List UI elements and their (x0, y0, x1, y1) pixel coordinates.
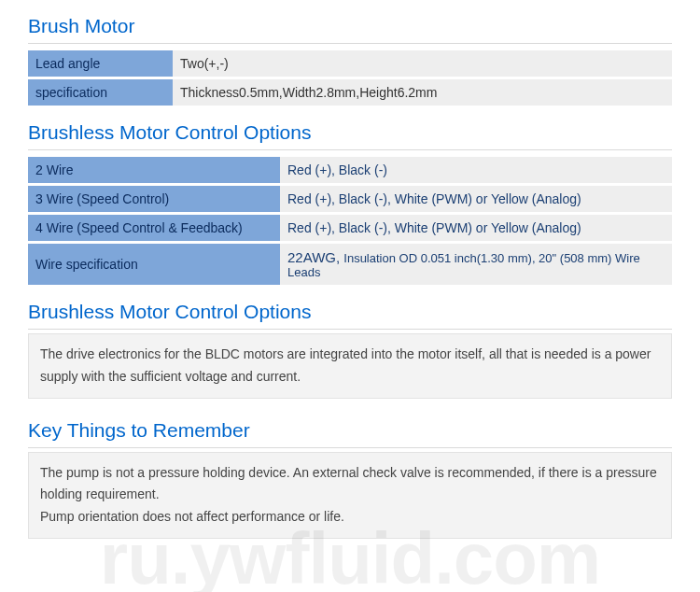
row-value: Red (+), Black (-), White (PWM) or Yello… (280, 186, 672, 212)
section-title-key-things: Key Things to Remember (28, 412, 672, 448)
brushless-options-table: 2 Wire Red (+), Black (-) 3 Wire (Speed … (28, 154, 672, 288)
brush-motor-table: Lead angle Two(+,-) specification Thickn… (28, 48, 672, 108)
brushless-description-box: The drive electronics for the BLDC motor… (28, 333, 672, 399)
key-things-box: The pump is not a pressure holding devic… (28, 452, 672, 539)
row-value: Red (+), Black (-), White (PWM) or Yello… (280, 215, 672, 241)
row-label: Lead angle (28, 50, 173, 77)
section-title-brush-motor: Brush Motor (28, 7, 672, 44)
key-things-line1: The pump is not a pressure holding devic… (40, 462, 660, 507)
table-row: 2 Wire Red (+), Black (-) (28, 157, 672, 183)
row-value: Two(+,-) (173, 50, 672, 77)
table-row: 4 Wire (Speed Control & Feedback) Red (+… (28, 215, 672, 241)
key-things-line2: Pump orientation does not affect perform… (40, 506, 660, 529)
row-label: specification (28, 79, 173, 106)
table-row: 3 Wire (Speed Control) Red (+), Black (-… (28, 186, 672, 212)
table-row: Lead angle Two(+,-) (28, 50, 672, 77)
section-title-brushless-options: Brushless Motor Control Options (28, 114, 672, 150)
row-label: 3 Wire (Speed Control) (28, 186, 280, 212)
wire-spec-lead: 22AWG, (287, 249, 343, 265)
section-title-brushless-desc: Brushless Motor Control Options (28, 293, 672, 330)
table-row: Wire specification 22AWG, Insulation OD … (28, 244, 672, 285)
row-label: 4 Wire (Speed Control & Feedback) (28, 215, 280, 241)
row-label: 2 Wire (28, 157, 280, 183)
table-row: specification Thickness0.5mm,Width2.8mm,… (28, 79, 672, 106)
row-label: Wire specification (28, 244, 280, 285)
row-value: Thickness0.5mm,Width2.8mm,Height6.2mm (173, 79, 672, 106)
row-value: 22AWG, Insulation OD 0.051 inch(1.30 mm)… (280, 244, 672, 285)
row-value: Red (+), Black (-) (280, 157, 672, 183)
